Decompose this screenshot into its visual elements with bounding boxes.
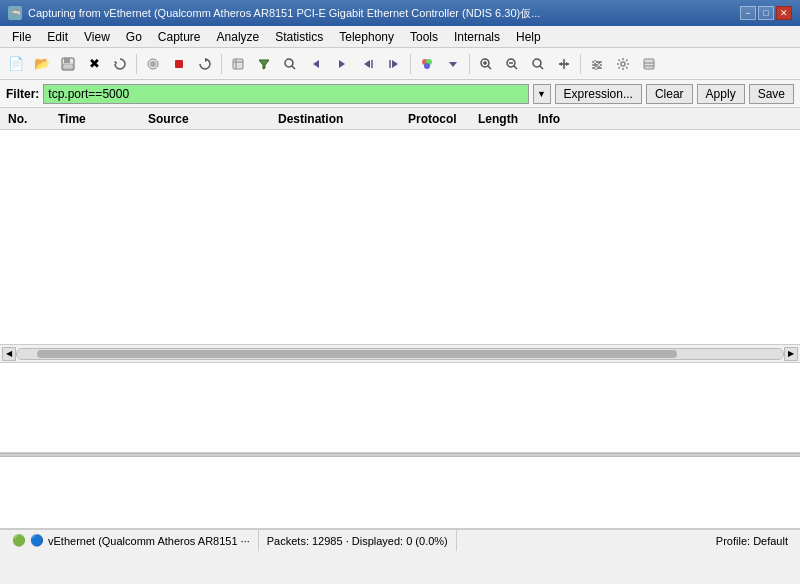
svg-line-28 xyxy=(514,66,517,69)
next-packet-button[interactable] xyxy=(330,52,354,76)
svg-point-39 xyxy=(594,60,597,63)
capture-options-button[interactable] xyxy=(226,52,250,76)
window-controls: − □ ✕ xyxy=(740,6,792,20)
svg-marker-14 xyxy=(339,60,345,68)
svg-line-31 xyxy=(540,66,543,69)
svg-point-5 xyxy=(150,61,156,67)
filter-label: Filter: xyxy=(6,87,39,101)
autoscroll-button[interactable] xyxy=(441,52,465,76)
menu-telephony[interactable]: Telephony xyxy=(331,28,402,46)
menu-help[interactable]: Help xyxy=(508,28,549,46)
profile-name: Profile: Default xyxy=(716,535,788,547)
zoom-in-button[interactable] xyxy=(474,52,498,76)
zoom-out-button[interactable] xyxy=(500,52,524,76)
toolbar: 📄 📂 ✖ xyxy=(0,48,800,80)
col-header-destination[interactable]: Destination xyxy=(274,110,404,128)
horizontal-scrollbar[interactable] xyxy=(16,348,784,360)
col-header-info[interactable]: Info xyxy=(534,110,796,128)
svg-rect-2 xyxy=(63,64,73,69)
resize-columns-button[interactable] xyxy=(552,52,576,76)
menu-go[interactable]: Go xyxy=(118,28,150,46)
col-header-time[interactable]: Time xyxy=(54,110,144,128)
filter-dropdown-button[interactable]: ▼ xyxy=(533,84,551,104)
packet-bytes-area xyxy=(0,457,800,529)
menu-file[interactable]: File xyxy=(4,28,39,46)
menu-analyze[interactable]: Analyze xyxy=(209,28,268,46)
col-header-protocol[interactable]: Protocol xyxy=(404,110,474,128)
svg-marker-13 xyxy=(313,60,319,68)
maximize-button[interactable]: □ xyxy=(758,6,774,20)
stop-capture-button[interactable] xyxy=(167,52,191,76)
svg-marker-17 xyxy=(392,60,398,68)
save-button[interactable] xyxy=(56,52,80,76)
filter-toolbar-button[interactable] xyxy=(252,52,276,76)
toolbar-separator-5 xyxy=(580,54,581,74)
svg-marker-35 xyxy=(566,62,569,66)
col-header-source[interactable]: Source xyxy=(144,110,274,128)
svg-point-21 xyxy=(424,63,430,69)
zoom-normal-button[interactable] xyxy=(526,52,550,76)
open-button[interactable]: 📂 xyxy=(30,52,54,76)
reload-button[interactable] xyxy=(108,52,132,76)
colorize-button[interactable] xyxy=(415,52,439,76)
last-packet-button[interactable] xyxy=(382,52,406,76)
packet-detail-area xyxy=(0,363,800,453)
scrollbar-thumb[interactable] xyxy=(37,350,677,358)
menu-edit[interactable]: Edit xyxy=(39,28,76,46)
svg-point-40 xyxy=(598,63,601,66)
toolbar-separator-1 xyxy=(136,54,137,74)
first-packet-button[interactable] xyxy=(356,52,380,76)
minimize-button[interactable]: − xyxy=(740,6,756,20)
svg-rect-1 xyxy=(64,58,70,63)
capture-prefs-button[interactable] xyxy=(585,52,609,76)
horizontal-scroll-area: ◀ ▶ xyxy=(0,345,800,363)
prefs-button[interactable] xyxy=(611,52,635,76)
filter-bar: Filter: ▼ Expression... Clear Apply Save xyxy=(0,80,800,108)
svg-point-41 xyxy=(595,66,598,69)
svg-rect-6 xyxy=(175,60,183,68)
svg-rect-43 xyxy=(644,59,654,69)
menu-bar: File Edit View Go Capture Analyze Statis… xyxy=(0,26,800,48)
close-button[interactable]: ✕ xyxy=(776,6,792,20)
clear-button[interactable]: Clear xyxy=(646,84,693,104)
apply-button[interactable]: Apply xyxy=(697,84,745,104)
start-capture-button[interactable] xyxy=(141,52,165,76)
scroll-right-button[interactable]: ▶ xyxy=(784,347,798,361)
menu-internals[interactable]: Internals xyxy=(446,28,508,46)
new-capture-button[interactable]: 📄 xyxy=(4,52,28,76)
svg-marker-15 xyxy=(364,60,370,68)
column-headers: No. Time Source Destination Protocol Len… xyxy=(0,108,800,130)
close-file-button[interactable]: ✖ xyxy=(82,52,106,76)
col-header-length[interactable]: Length xyxy=(474,110,534,128)
toolbar-separator-4 xyxy=(469,54,470,74)
svg-line-24 xyxy=(488,66,491,69)
extra-prefs-button[interactable] xyxy=(637,52,661,76)
svg-rect-8 xyxy=(233,59,243,69)
menu-statistics[interactable]: Statistics xyxy=(267,28,331,46)
menu-view[interactable]: View xyxy=(76,28,118,46)
svg-point-11 xyxy=(285,59,293,67)
packet-list xyxy=(0,130,800,345)
expression-button[interactable]: Expression... xyxy=(555,84,642,104)
toolbar-separator-3 xyxy=(410,54,411,74)
status-bar: 🟢 🔵 vEthernet (Qualcomm Atheros AR8151 ·… xyxy=(0,529,800,551)
svg-point-30 xyxy=(533,59,541,67)
prev-packet-button[interactable] xyxy=(304,52,328,76)
find-packet-button[interactable] xyxy=(278,52,302,76)
window-title: Capturing from vEthernet (Qualcomm Ather… xyxy=(28,6,540,21)
menu-capture[interactable]: Capture xyxy=(150,28,209,46)
col-header-no[interactable]: No. xyxy=(4,110,54,128)
ready-icon-2: 🔵 xyxy=(30,534,44,547)
title-bar: 🦈 Capturing from vEthernet (Qualcomm Ath… xyxy=(0,0,800,26)
restart-capture-button[interactable] xyxy=(193,52,217,76)
toolbar-separator-2 xyxy=(221,54,222,74)
packet-count: Packets: 12985 · Displayed: 0 (0.0%) xyxy=(267,535,448,547)
save-filter-button[interactable]: Save xyxy=(749,84,794,104)
interface-name: vEthernet (Qualcomm Atheros AR8151 ··· xyxy=(48,535,250,547)
filter-input[interactable] xyxy=(43,84,528,104)
menu-tools[interactable]: Tools xyxy=(402,28,446,46)
svg-marker-22 xyxy=(449,62,457,67)
app-icon: 🦈 xyxy=(8,6,22,20)
ready-icon-1: 🟢 xyxy=(12,534,26,547)
scroll-left-button[interactable]: ◀ xyxy=(2,347,16,361)
